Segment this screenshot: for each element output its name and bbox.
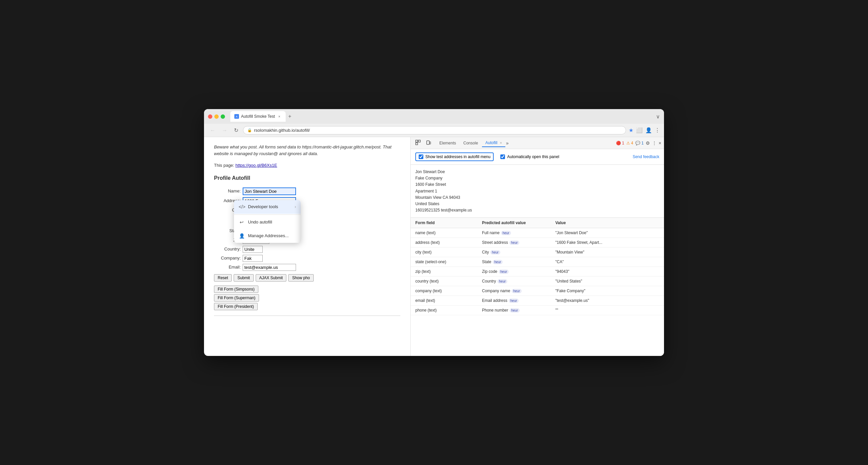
country-input[interactable] bbox=[243, 246, 263, 253]
send-feedback-link[interactable]: Send feedback bbox=[633, 154, 659, 159]
field-cell: city (text) bbox=[411, 248, 477, 257]
back-button[interactable]: ← bbox=[208, 126, 217, 135]
refresh-button[interactable]: ↻ bbox=[232, 126, 240, 135]
url-bar[interactable]: 🔒 rsolomakhin.github.io/autofill/ bbox=[243, 126, 626, 135]
name-input[interactable] bbox=[243, 187, 296, 195]
tab-close-button[interactable]: × bbox=[277, 114, 282, 119]
active-tab[interactable]: A Autofill Smoke Test × bbox=[230, 111, 286, 122]
msg-indicator: 💬 1 bbox=[636, 141, 644, 145]
ajax-submit-button[interactable]: AJAX Submit bbox=[256, 274, 287, 282]
browser-window: A Autofill Smoke Test × + ∨ ← → ↻ 🔒 rsol… bbox=[204, 109, 664, 356]
manage-addresses-menu-item[interactable]: 👤 Manage Addresses... bbox=[234, 229, 301, 243]
devtools-panel: Elements Console Autofill × » 🔴 1 ⚠ 4 💬 … bbox=[411, 137, 664, 356]
reset-button[interactable]: Reset bbox=[214, 274, 232, 282]
company-field-group: Company: bbox=[214, 255, 400, 262]
svg-rect-1 bbox=[418, 140, 420, 142]
value-cell: "Jon Stewart Doe" bbox=[551, 228, 664, 238]
fill-simpsons-button[interactable]: Fill Form (Simpsons) bbox=[214, 286, 258, 293]
menu-button[interactable]: ⋮ bbox=[655, 127, 660, 134]
show-pho-button[interactable]: Show pho bbox=[288, 274, 313, 282]
company-input[interactable] bbox=[243, 255, 263, 262]
undo-autofill-menu-item[interactable]: ↩ Undo autofill bbox=[234, 215, 301, 229]
field-cell: email (text) bbox=[411, 296, 477, 306]
bookmark-button[interactable]: ★ bbox=[629, 127, 633, 134]
tab-title: Autofill Smoke Test bbox=[241, 114, 275, 119]
email-input[interactable] bbox=[243, 264, 296, 271]
forward-button[interactable]: → bbox=[220, 126, 229, 135]
table-header: Form field Predicted autofill value Valu… bbox=[411, 218, 664, 228]
minimize-traffic-light[interactable] bbox=[214, 114, 219, 119]
developer-tools-menu-item[interactable]: </> Developer tools › Test address by co… bbox=[234, 200, 301, 214]
heur-badge: heur bbox=[501, 231, 511, 235]
field-cell: zip (text) bbox=[411, 267, 477, 277]
predicted-cell: Email addressheur bbox=[477, 296, 551, 306]
more-tabs-button[interactable]: » bbox=[506, 140, 509, 146]
page-content: Beware what you post. All forms send dat… bbox=[204, 137, 411, 356]
maximize-traffic-light[interactable] bbox=[221, 114, 225, 119]
autofill-tab-close[interactable]: × bbox=[500, 141, 502, 145]
auto-open-checkbox[interactable] bbox=[500, 154, 505, 159]
col-header-predicted: Predicted autofill value bbox=[477, 218, 551, 228]
preview-city-state: Mountain View CA 94043 bbox=[415, 195, 659, 201]
field-cell: state (select-one) bbox=[411, 257, 477, 267]
tab-console[interactable]: Console bbox=[460, 140, 481, 147]
predicted-cell: Countryheur bbox=[477, 277, 551, 286]
field-cell: country (text) bbox=[411, 277, 477, 286]
profile-button[interactable]: 👤 bbox=[645, 127, 652, 134]
value-cell: "Fake Company" bbox=[551, 286, 664, 296]
window-menu-button[interactable]: ∨ bbox=[656, 113, 660, 120]
fill-buttons: Fill Form (Simpsons) Fill Form (Superman… bbox=[214, 286, 400, 310]
value-cell: "" bbox=[551, 306, 664, 315]
preview-company: Fake Company bbox=[415, 175, 659, 181]
address-preview: Jon Stewart Doe Fake Company 1600 Fake S… bbox=[411, 165, 664, 218]
warning-text: Beware what you post. All forms send dat… bbox=[214, 144, 400, 157]
heur-badge: heur bbox=[493, 260, 503, 264]
warn-indicator: ⚠ 4 bbox=[626, 141, 633, 145]
fill-president-button[interactable]: Fill Form (President) bbox=[214, 303, 258, 310]
extensions-button[interactable]: ⬜ bbox=[636, 127, 643, 134]
country-label: Country: bbox=[214, 246, 241, 253]
value-cell: "United States" bbox=[551, 277, 664, 286]
heur-badge: heur bbox=[509, 298, 519, 303]
table-row: zip (text)Zip codeheur"94043" bbox=[411, 267, 664, 277]
devtools-close-button[interactable]: × bbox=[659, 140, 661, 146]
fill-superman-button[interactable]: Fill Form (Superman) bbox=[214, 294, 259, 301]
form-buttons: Reset Submit AJAX Submit Show pho bbox=[214, 274, 400, 282]
submit-button[interactable]: Submit bbox=[234, 274, 253, 282]
page-title: Profile Autofill bbox=[214, 174, 400, 182]
autofill-data-table: Form field Predicted autofill value Valu… bbox=[411, 218, 664, 315]
heur-badge: heur bbox=[509, 240, 519, 245]
svg-rect-3 bbox=[427, 141, 429, 144]
predicted-cell: Company nameheur bbox=[477, 286, 551, 296]
field-cell: phone (text) bbox=[411, 306, 477, 315]
page-link-line: This page: https://goo.gl/B6Xs1E bbox=[214, 162, 400, 169]
table-body: name (text)Full nameheur"Jon Stewart Doe… bbox=[411, 228, 664, 315]
tab-autofill[interactable]: Autofill × bbox=[482, 139, 505, 147]
show-test-addresses-label: Show test addresses in autofill menu bbox=[415, 152, 494, 161]
show-test-addresses-checkbox[interactable] bbox=[418, 154, 423, 159]
device-toggle-button[interactable] bbox=[424, 139, 433, 147]
table-row: address (text)Street addressheur"1600 Fa… bbox=[411, 238, 664, 248]
tab-elements[interactable]: Elements bbox=[436, 140, 459, 147]
close-traffic-light[interactable] bbox=[208, 114, 212, 119]
manage-icon: 👤 bbox=[239, 233, 245, 239]
predicted-cell: Street addressheur bbox=[477, 238, 551, 248]
heur-badge: heur bbox=[510, 308, 520, 313]
svg-rect-4 bbox=[430, 142, 431, 144]
page-divider bbox=[214, 316, 400, 316]
svg-rect-2 bbox=[416, 143, 418, 145]
value-cell: "test@example.us" bbox=[551, 296, 664, 306]
error-indicator: 🔴 1 bbox=[616, 141, 624, 145]
menu-divider-1 bbox=[234, 214, 301, 215]
country-field-group: Country: bbox=[214, 246, 400, 253]
svg-rect-0 bbox=[416, 140, 418, 142]
new-tab-button[interactable]: + bbox=[287, 112, 293, 121]
address-bar: ← → ↻ 🔒 rsolomakhin.github.io/autofill/ … bbox=[204, 124, 664, 137]
settings-button[interactable]: ⚙ bbox=[646, 140, 650, 146]
devtools-menu-button[interactable]: ⋮ bbox=[652, 140, 657, 146]
title-bar: A Autofill Smoke Test × + ∨ bbox=[204, 109, 664, 124]
page-link[interactable]: https://goo.gl/B6Xs1E bbox=[235, 163, 277, 168]
inspect-icon-button[interactable] bbox=[413, 139, 423, 147]
email-field-group: Email: bbox=[214, 264, 400, 271]
tab-favicon: A bbox=[234, 114, 239, 119]
